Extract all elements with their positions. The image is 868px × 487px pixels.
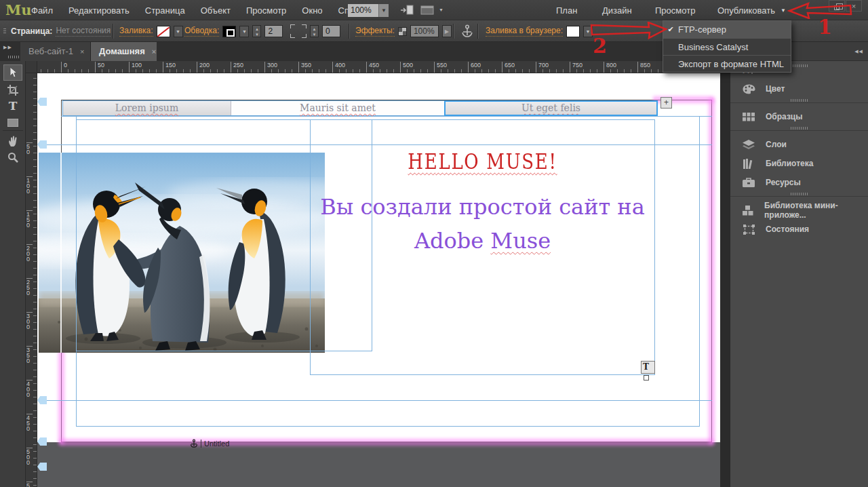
mode-design[interactable]: Дизайн [602,5,632,16]
menu-item-lorem[interactable]: Lorem ipsum [63,101,231,115]
ruler-label: 850 [637,62,650,73]
page-state-value[interactable]: Нет состояния [56,26,111,37]
ruler-label: 50 [95,62,104,73]
panel-item-states[interactable]: Состояния [730,220,868,239]
panel-grip[interactable] [791,193,808,195]
mode-plan[interactable]: План [556,5,577,16]
ruler-label: 150 [26,210,33,228]
effects-checker-icon[interactable] [398,27,407,36]
stroke-width-stepper[interactable]: ▲▼ [252,25,261,37]
panel-item-assets[interactable]: Ресурсы [730,173,868,192]
stroke-width-field[interactable]: 2 [264,25,283,37]
panel-divider [730,102,868,103]
subtitle-line2[interactable]: Adobe Muse [310,228,655,254]
menu-edit[interactable]: Редактировать [68,5,130,16]
ruler-label: 400 [332,62,345,73]
preview-mode-icon[interactable] [420,5,437,18]
guide-handle[interactable] [37,396,47,404]
guide-line[interactable] [699,116,700,427]
opacity-field[interactable]: 100% [410,25,439,37]
chevron-down-icon[interactable]: ▼ [239,26,249,37]
menu-item-export-html[interactable]: Экспорт в формате HTML [663,55,791,72]
ruler-label: 250 [231,62,243,73]
close-icon[interactable]: × [80,47,84,56]
separator [349,24,350,39]
panel-item-swatches[interactable]: Образцы [730,107,868,126]
states-icon [742,225,755,235]
panel-item-color[interactable]: Цвет [730,79,868,98]
panel-item-label: Цвет [766,84,785,94]
fill-swatch[interactable] [157,26,170,37]
ruler-label: 350 [26,346,33,364]
close-icon[interactable]: × [152,47,156,56]
fill-group: Заливка: ▼ [119,20,183,42]
tab-home-page[interactable]: Домашняя× [91,42,157,61]
design-canvas[interactable]: Lorem ipsum Mauris sit amet Ut eget feli… [37,73,720,487]
vertical-ruler[interactable]: 50100150200250300350400450500550 [26,61,37,487]
fill-label[interactable]: Заливка: [119,26,153,37]
text-overflow-icon[interactable]: T [641,361,655,374]
hand-tool[interactable] [3,133,22,149]
overflow-letter: T [643,362,649,372]
library-icon [742,159,755,169]
chevron-down-icon[interactable]: ▼ [439,7,443,12]
hello-heading[interactable]: HELLO MUSE! [338,149,628,174]
breakpoint-plus-icon[interactable]: + [660,97,672,109]
anchor-icon[interactable] [461,24,473,40]
guide-handle[interactable] [37,98,47,106]
collapse-panel-icon[interactable]: ◀◀ [854,49,863,54]
corner-stepper[interactable]: ▲▼ [310,25,319,37]
tab-website-label: Веб-сайт-1 [28,46,73,56]
mode-preview[interactable]: Просмотр [655,5,695,16]
panel-gutter[interactable] [720,42,730,487]
menu-page[interactable]: Страница [145,5,185,16]
expand-panel-icon[interactable]: ▶▶ [3,45,12,50]
export-page-icon[interactable] [400,5,414,18]
chevron-down-icon[interactable]: ▼ [378,4,389,17]
menu-item-ftp-server[interactable]: ✔ FTP-сервер [663,21,791,38]
browser-fill-label[interactable]: Заливка в браузере: [486,26,563,37]
selection-tool[interactable] [3,64,22,81]
menu-item-business-catalyst[interactable]: Business Catalyst [663,38,791,55]
guide-line[interactable] [61,116,712,117]
guide-handle[interactable] [37,140,47,149]
ruler-corner [26,61,37,73]
menu-window[interactable]: Окно [302,5,322,16]
guide-line[interactable] [46,400,712,401]
stroke-swatch[interactable] [222,26,236,37]
horizontal-ruler[interactable]: 0501001502002503003504004505005506006507… [37,61,720,73]
menu-widget[interactable]: Lorem ipsum Mauris sit amet Ut eget feli… [62,100,658,116]
panel-item-library[interactable]: Библиотека [730,154,868,173]
tab-website[interactable]: Веб-сайт-1× [20,42,91,61]
effects-label[interactable]: Эффекты: [355,26,395,37]
text-tool[interactable]: T [3,98,22,114]
panel-grip[interactable] [3,28,6,34]
menu-item-ut-eget[interactable]: Ut eget felis [445,101,657,115]
guide-line[interactable] [76,426,700,427]
crop-tool[interactable] [3,82,22,98]
panel-item-label: Слои [766,140,787,149]
browser-fill-swatch[interactable] [566,26,580,37]
zoom-control[interactable]: 100% ▼ [348,4,389,17]
zoom-value[interactable]: 100% [348,4,378,17]
menu-item-mauris[interactable]: Mauris sit amet [231,101,445,115]
anchor-tag[interactable]: Untitled [190,438,229,448]
zoom-tool[interactable] [3,149,22,165]
menu-object[interactable]: Объект [201,5,231,16]
stroke-label[interactable]: Обводка: [184,26,219,37]
panel-item-layers[interactable]: Слои [730,135,868,154]
rectangle-tool[interactable] [3,115,22,131]
transform-corners-icon[interactable] [290,24,307,38]
browser-fill-group: Заливка в браузере: ▼ [486,20,593,42]
ruler-label: 600 [468,62,481,73]
panel-grip[interactable] [791,99,808,102]
menu-view[interactable]: Просмотр [246,5,286,16]
opacity-slider-icon[interactable]: ▶ [442,25,452,37]
subtitle-line1[interactable]: Вы создали простой сайт на [310,194,655,220]
menu-file[interactable]: Файл [31,5,53,16]
chevron-down-icon[interactable]: ▼ [174,26,183,37]
corner-field[interactable]: 0 [322,25,340,37]
mode-publish[interactable]: Опубликовать [717,5,775,16]
panel-item-widgets-library[interactable]: Библиотека мини-приложе... [730,201,868,220]
panel-grip[interactable] [791,127,808,130]
